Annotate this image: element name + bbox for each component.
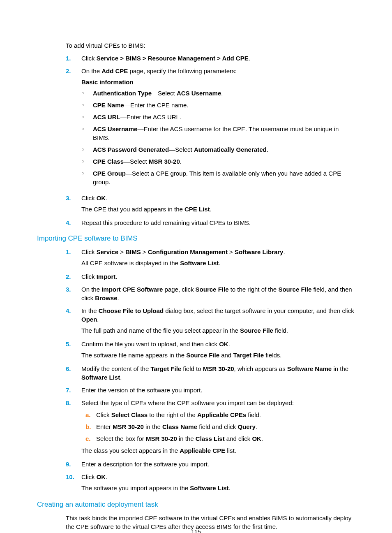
alpha-label: a. (85, 410, 96, 419)
bold: CPE Class (93, 158, 124, 165)
bold: Import CPE Software (101, 286, 163, 293)
basic-info-heading: Basic information (81, 78, 355, 86)
sub-text: The class you select appears in the Appl… (81, 446, 355, 455)
text: All CPE software is displayed in the (81, 260, 180, 266)
text: > (228, 248, 235, 255)
step-3: 3. Click OK. The CPE that you add appear… (66, 194, 355, 214)
text: to the right of the (148, 411, 197, 418)
text: . (219, 260, 220, 266)
step-body: Click Import. (81, 272, 355, 281)
bold: Software Library (235, 248, 283, 255)
s2-step-2: 2. Click Import. (66, 272, 355, 281)
bold: ACS Username (93, 125, 137, 132)
step-number: 2. (66, 272, 81, 281)
step-number: 1. (66, 54, 81, 63)
sub-text: The software you import appears in the S… (81, 484, 355, 492)
bold: Add CPE (101, 67, 128, 74)
text: Select the box for (96, 435, 146, 442)
s2-step-5: 5. Confirm the file you want to upload, … (66, 340, 355, 360)
text: page, click (163, 286, 195, 293)
sub-text: The software file name appears in the So… (81, 351, 355, 359)
step-4: 4. Repeat this procedure to add remainin… (66, 218, 355, 227)
s2-step-9: 9. Enter a description for the software … (66, 460, 355, 468)
text: . (115, 273, 117, 280)
text: field to (181, 365, 203, 372)
s2-step-10: 10. Click OK. The software you import ap… (66, 473, 355, 493)
text: . (118, 294, 119, 301)
step-body: In the Choose File to Upload dialog box,… (81, 306, 355, 336)
text: . (180, 158, 182, 165)
text: and click (225, 435, 252, 442)
step-body: Enter the version of the software you im… (81, 386, 355, 394)
step-body: Modify the content of the Target File fi… (81, 364, 355, 382)
text: The class you select appears in the (81, 447, 180, 454)
step-number: 3. (66, 194, 81, 214)
step-body: Select the type of CPEs where the CPE so… (81, 399, 355, 456)
text: . (120, 374, 122, 381)
bullet-body: ACS Username—Enter the ACS username for … (93, 125, 355, 142)
step-body: Click Service > BIMS > Resource Manageme… (81, 54, 355, 63)
bold: Class List (196, 435, 225, 442)
bold: Authentication Type (93, 90, 152, 97)
text: page, specify the following parameters: (128, 67, 236, 74)
text: . (283, 248, 285, 255)
text: —Select (124, 158, 149, 165)
text: fields. (264, 352, 281, 359)
bold: Open (81, 316, 97, 323)
bullet-body: Authentication Type—Select ACS Username. (93, 89, 223, 97)
sub-a: a. Click Select Class to the right of th… (85, 410, 355, 419)
bullet-body: CPE Name—Enter the CPE name. (93, 101, 189, 109)
bold: Import (97, 273, 116, 280)
text: On the (81, 286, 101, 293)
text: In the (81, 307, 99, 314)
text: . (229, 484, 231, 491)
sub-b: b. Enter MSR 30-20 in the Class Name fie… (85, 422, 355, 431)
text: —Select (152, 90, 177, 97)
page: To add virtual CPEs to BIMS: 1. Click Se… (0, 0, 392, 533)
step-number: 7. (66, 386, 81, 394)
bold: Software List (190, 484, 228, 491)
bold: ACS Username (177, 90, 221, 97)
step-number: 2. (66, 67, 81, 190)
step-number: 5. (66, 340, 81, 360)
text: > (141, 248, 148, 255)
bullet-icon: ○ (81, 145, 93, 154)
sub-text: The full path and name of the file you s… (81, 326, 355, 335)
bold: Target File (233, 352, 264, 359)
text: . (97, 316, 99, 323)
text: Click (81, 55, 97, 62)
bold: ACS Password Generated (93, 146, 169, 153)
step-number: 9. (66, 460, 81, 468)
text: . (249, 55, 250, 62)
text: in the (177, 435, 196, 442)
bold: Query (238, 423, 255, 430)
step-body: Click OK. The software you import appear… (81, 473, 355, 493)
bullet-acs-password: ○ ACS Password Generated—Select Automati… (81, 145, 355, 154)
text: —Select (169, 146, 194, 153)
text: . (106, 473, 107, 480)
text: The software you import appears in the (81, 484, 190, 491)
text: in the (332, 365, 348, 372)
bullet-cpe-group: ○ CPE Group—Select a CPE group. This ite… (81, 169, 355, 186)
text: The software file name appears in the (81, 352, 186, 359)
step-1: 1. Click Service > BIMS > Resource Manag… (66, 54, 355, 63)
bold: MSR 30-20 (146, 435, 177, 442)
step-number: 10. (66, 473, 81, 493)
s2-step-3: 3. On the Import CPE Software page, clic… (66, 285, 355, 302)
text: —Enter the CPE name. (124, 102, 189, 109)
text: > (118, 248, 125, 255)
bold: OK (219, 341, 228, 348)
bullet-icon: ○ (81, 157, 93, 166)
bullet-cpe-class: ○ CPE Class—Select MSR 30-20. (81, 157, 355, 166)
bold: Source File (196, 286, 229, 293)
bold: ACS URL (93, 114, 120, 121)
bold: Software List (81, 374, 120, 381)
s2-step-1: 1. Click Service > BIMS > Configuration … (66, 248, 355, 268)
bullet-acs-url: ○ ACS URL—Enter the ACS URL. (81, 113, 355, 121)
text: Click (96, 411, 111, 418)
bold: OK (97, 473, 106, 480)
bold: Service (97, 248, 118, 255)
text: Click (81, 248, 97, 255)
text: . (256, 423, 257, 430)
bullet-icon: ○ (81, 101, 93, 109)
